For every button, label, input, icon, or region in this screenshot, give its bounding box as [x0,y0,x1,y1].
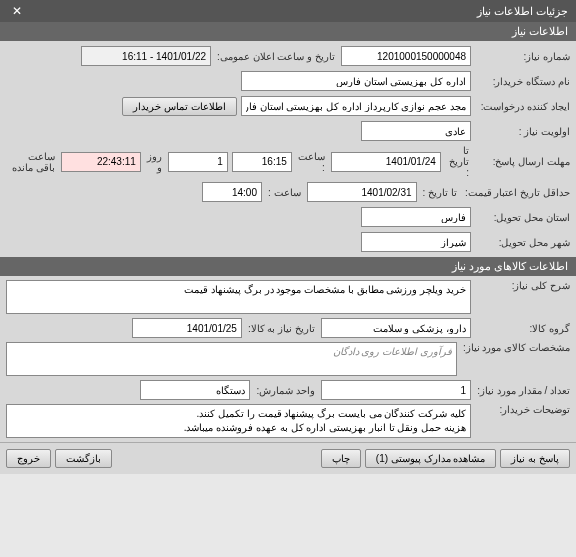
attachments-button[interactable]: مشاهده مدارک پیوستی (1) [365,449,497,468]
desc-field[interactable]: خرید ویلچر ورزشی مطابق با مشخصات موجود د… [6,280,471,314]
province-field[interactable] [361,207,471,227]
validity-time-field[interactable] [202,182,262,202]
requester-field[interactable] [241,96,471,116]
need-no-field[interactable] [341,46,471,66]
button-bar: پاسخ به نیاز مشاهده مدارک پیوستی (1) چاپ… [0,442,576,474]
buyer-field[interactable] [241,71,471,91]
validity-label: حداقل تاریخ اعتبار قیمت: [463,187,570,198]
notes-label: توضیحات خریدار: [475,404,570,415]
deadline-time-field[interactable] [232,152,292,172]
announce-field [81,46,211,66]
remain-label: ساعت باقی مانده [6,151,57,173]
need-no-label: شماره نیاز: [475,51,570,62]
section2-header: اطلاعات کالاهای مورد نیاز [0,257,576,276]
validity-date-field[interactable] [307,182,417,202]
time-label1: ساعت : [296,151,327,173]
desc-label: شرح کلی نیاز: [475,280,570,291]
priority-label: اولویت نیاز : [475,126,570,137]
time-label2: ساعت : [266,187,303,198]
deadline-date-field[interactable] [331,152,441,172]
spec-label: مشخصات کالای مورد نیاز: [461,342,570,353]
qty-label: تعداد / مقدار مورد نیاز: [475,385,570,396]
contact-button[interactable]: اطلاعات تماس خریدار [122,97,237,116]
window: جزئیات اطلاعات نیاز ✕ اطلاعات نیاز شماره… [0,0,576,557]
to-date-label2: تا تاریخ : [421,187,459,198]
unit-field[interactable] [140,380,250,400]
days-label: روز و [145,151,164,173]
priority-field[interactable] [361,121,471,141]
city-label: شهر محل تحویل: [475,237,570,248]
notes-field[interactable]: کلیه شرکت کنندگان می بایست برگ پیشنهاد ق… [6,404,471,438]
window-title: جزئیات اطلاعات نیاز [477,5,568,18]
need-date-label: تاریخ نیاز به کالا: [246,323,317,334]
remain-time-field [61,152,141,172]
spec-field[interactable]: فرآوری اطلاعات روی دادگان [6,342,457,376]
city-field[interactable] [361,232,471,252]
unit-label: واحد شمارش: [254,385,317,396]
qty-field[interactable] [321,380,471,400]
print-button[interactable]: چاپ [321,449,361,468]
to-date-label1: تا تاریخ : [445,145,471,178]
section1-body: شماره نیاز: تاریخ و ساعت اعلان عمومی: نا… [0,41,576,257]
requester-label: ایجاد کننده درخواست: [475,101,570,112]
province-label: استان محل تحویل: [475,212,570,223]
need-date-field[interactable] [132,318,242,338]
deadline-label: مهلت ارسال پاسخ: [475,156,570,167]
back-button[interactable]: بازگشت [55,449,112,468]
reply-button[interactable]: پاسخ به نیاز [500,449,570,468]
titlebar: جزئیات اطلاعات نیاز ✕ [0,0,576,22]
section1-header: اطلاعات نیاز [0,22,576,41]
exit-button[interactable]: خروج [6,449,51,468]
group-label: گروه کالا: [475,323,570,334]
announce-label: تاریخ و ساعت اعلان عمومی: [215,51,337,62]
group-field[interactable] [321,318,471,338]
days-field [168,152,228,172]
section2-body: شرح کلی نیاز: خرید ویلچر ورزشی مطابق با … [0,276,576,442]
buyer-label: نام دستگاه خریدار: [475,76,570,87]
close-icon[interactable]: ✕ [8,4,26,18]
